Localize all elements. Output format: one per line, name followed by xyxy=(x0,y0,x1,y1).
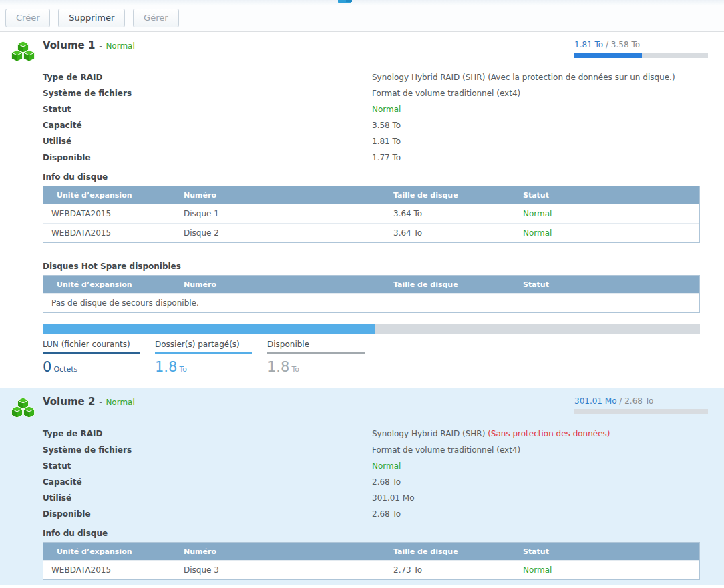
window-top-edge xyxy=(0,0,724,5)
raid-type-label: Type de RAID xyxy=(43,429,372,438)
status-value: Normal xyxy=(372,105,401,114)
header-status: Statut xyxy=(523,191,699,200)
raid-main: Synology Hybrid RAID (SHR) xyxy=(372,429,485,438)
used-value: 301.01 Mo xyxy=(372,493,415,503)
filesystem-value: Format de volume traditionnel (ext4) xyxy=(372,445,520,455)
detail-row-used: Utilisé 301.01 Mo xyxy=(43,490,708,506)
legend-available-number: 1.8 xyxy=(267,359,289,375)
legend-shared-value: 1.8To xyxy=(155,359,252,375)
disk-row[interactable]: WEBDATA2015 Disque 3 2.73 To Normal xyxy=(43,560,699,579)
status-value: Normal xyxy=(372,461,401,471)
raid-note: (Sans protection des données) xyxy=(488,429,610,438)
cell-disk-size: 2.73 To xyxy=(387,565,523,575)
header-expansion-unit: Unité d’expansion xyxy=(43,191,177,200)
header-disk-size: Taille de disque xyxy=(387,280,523,289)
usage-bar xyxy=(43,324,700,334)
header-status: Statut xyxy=(523,280,699,289)
cell-status: Normal xyxy=(523,228,699,238)
capacity-used-text: 1.81 To xyxy=(574,40,603,49)
disk-table-header: Unité d’expansion Numéro Taille de disqu… xyxy=(43,186,699,204)
header-number: Numéro xyxy=(177,191,387,200)
capacity-label: Capacité xyxy=(43,477,372,487)
legend-shared-label: Dossier(s) partagé(s) xyxy=(155,340,252,354)
legend-available-label: Disponible xyxy=(267,340,365,354)
detail-row-status: Statut Normal xyxy=(43,458,708,474)
usage-bar-fill xyxy=(43,324,375,334)
capacity-label: Capacité xyxy=(43,121,372,130)
legend-available-value: 1.8To xyxy=(267,359,365,375)
header-disk-size: Taille de disque xyxy=(387,547,523,556)
header-number: Numéro xyxy=(177,547,387,556)
capacity-summary: 1.81 To / 3.58 To xyxy=(574,40,708,58)
cell-disk-size: 3.64 To xyxy=(387,209,523,218)
capacity-total-text: / 2.68 To xyxy=(619,396,653,406)
disk-info-table: Unité d’expansion Numéro Taille de disqu… xyxy=(43,186,700,243)
disk-row[interactable]: WEBDATA2015 Disque 2 3.64 To Normal xyxy=(43,223,699,242)
available-value: 2.68 To xyxy=(372,509,401,519)
cell-number: Disque 3 xyxy=(177,565,387,575)
cell-status: Normal xyxy=(523,565,699,575)
detail-row-status: Statut Normal xyxy=(43,101,708,117)
volume-cubes-icon xyxy=(11,41,35,67)
volume-status: Normal xyxy=(106,398,134,407)
disk-table-header: Unité d’expansion Numéro Taille de disqu… xyxy=(43,543,699,560)
cell-number: Disque 1 xyxy=(177,209,387,218)
volume-cubes-icon xyxy=(11,397,35,423)
available-label: Disponible xyxy=(43,153,372,162)
detail-row-capacity: Capacité 2.68 To xyxy=(43,474,708,490)
hot-spare-table-header: Unité d’expansion Numéro Taille de disqu… xyxy=(43,276,699,293)
used-value: 1.81 To xyxy=(372,137,401,146)
filesystem-label: Système de fichiers xyxy=(43,89,372,98)
detail-row-used: Utilisé 1.81 To xyxy=(43,133,708,150)
manage-button[interactable]: Gérer xyxy=(133,9,178,27)
disk-info-title: Info du disque xyxy=(43,529,708,538)
volume-title: Volume 2 xyxy=(43,396,95,408)
hot-spare-empty-row: Pas de disque de secours disponible. xyxy=(43,293,699,312)
available-label: Disponible xyxy=(43,509,372,519)
legend-item-lun: LUN (fichier courants) 0Octets xyxy=(43,340,140,375)
detail-row-available: Disponible 1.77 To xyxy=(43,150,708,166)
legend-shared-unit: To xyxy=(179,365,187,374)
detail-row-filesystem: Système de fichiers Format de volume tra… xyxy=(43,85,708,101)
disk-info-title: Info du disque xyxy=(43,172,708,182)
header-expansion-unit: Unité d’expansion xyxy=(43,547,177,556)
used-label: Utilisé xyxy=(43,493,372,503)
used-label: Utilisé xyxy=(43,137,372,146)
usage-legend: LUN (fichier courants) 0Octets Dossier(s… xyxy=(43,340,708,388)
status-label: Statut xyxy=(43,461,372,471)
raid-type-label: Type de RAID xyxy=(43,73,372,82)
create-button[interactable]: Créer xyxy=(5,9,50,27)
header-expansion-unit: Unité d’expansion xyxy=(43,280,177,289)
disk-info-table: Unité d’expansion Numéro Taille de disqu… xyxy=(43,542,700,580)
truncated-link-fragment xyxy=(338,0,351,3)
volume-2-panel[interactable]: Volume 2 - Normal 301.01 Mo / 2.68 To Ty… xyxy=(0,388,724,585)
legend-lun-value: 0Octets xyxy=(43,359,140,375)
delete-button[interactable]: Supprimer xyxy=(58,9,125,27)
capacity-summary: 301.01 Mo / 2.68 To xyxy=(574,396,708,414)
bottom-edge xyxy=(0,585,724,588)
volume-1-panel[interactable]: Volume 1 - Normal 1.81 To / 3.58 To Type… xyxy=(0,32,724,388)
legend-shared-number: 1.8 xyxy=(155,359,177,375)
detail-row-raid: Type de RAID Synology Hybrid RAID (SHR) … xyxy=(43,426,708,442)
legend-lun-label: LUN (fichier courants) xyxy=(43,340,140,354)
header-number: Numéro xyxy=(177,280,387,289)
filesystem-label: Système de fichiers xyxy=(43,445,372,455)
legend-item-shared-folders: Dossier(s) partagé(s) 1.8To xyxy=(155,340,252,375)
detail-row-capacity: Capacité 3.58 To xyxy=(43,117,708,133)
capacity-text: 1.81 To / 3.58 To xyxy=(574,40,708,49)
capacity-value: 3.58 To xyxy=(372,121,401,130)
raid-main: Synology Hybrid RAID (SHR) xyxy=(372,73,485,82)
cell-number: Disque 2 xyxy=(177,228,387,238)
cell-expansion-unit: WEBDATA2015 xyxy=(43,209,177,218)
raid-note: (Avec la protection de données sur un di… xyxy=(488,73,675,82)
capacity-used-text: 301.01 Mo xyxy=(574,396,617,406)
legend-lun-number: 0 xyxy=(43,359,51,375)
status-label: Statut xyxy=(43,105,372,114)
raid-type-value: Synology Hybrid RAID (SHR) (Sans protect… xyxy=(372,429,610,438)
capacity-bar-fill xyxy=(574,53,642,58)
capacity-bar xyxy=(574,53,708,58)
detail-row-raid: Type de RAID Synology Hybrid RAID (SHR) … xyxy=(43,69,708,85)
raid-type-value: Synology Hybrid RAID (SHR) (Avec la prot… xyxy=(372,73,675,82)
disk-row[interactable]: WEBDATA2015 Disque 1 3.64 To Normal xyxy=(43,204,699,223)
toolbar: Créer Supprimer Gérer xyxy=(0,5,724,32)
